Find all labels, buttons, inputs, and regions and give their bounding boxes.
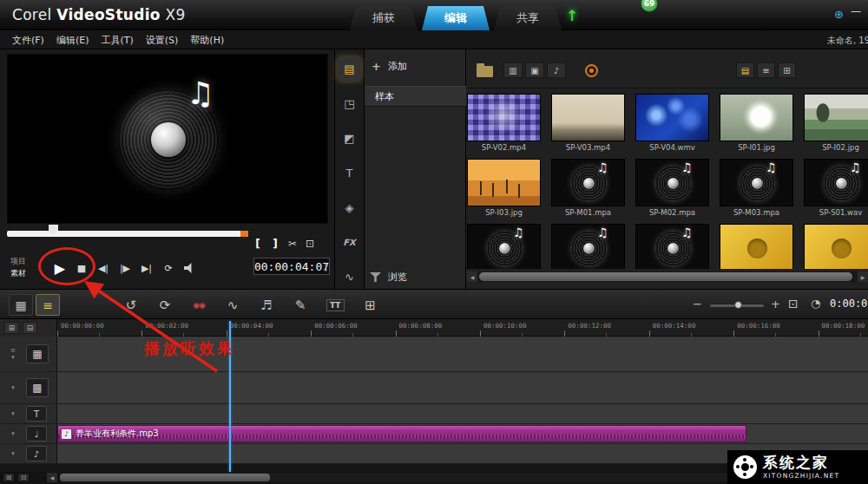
thumbnail[interactable] — [467, 159, 541, 206]
stop-button[interactable]: ■ — [76, 263, 88, 274]
track-gutter[interactable]: ▾ — [0, 411, 26, 417]
thumbnail[interactable] — [804, 159, 868, 206]
next-frame-button[interactable]: |▶ — [119, 263, 131, 274]
thumbnail[interactable] — [467, 224, 541, 269]
motion-tracking-icon[interactable] — [585, 64, 598, 77]
chevron-down-icon[interactable]: ▾ — [11, 431, 15, 437]
track-gutter[interactable]: ▾ — [0, 431, 26, 437]
library-item[interactable] — [635, 224, 710, 269]
library-item[interactable]: SP-I01.jpg — [720, 94, 794, 159]
library-item[interactable]: SP-M02.mpa — [635, 159, 710, 224]
library-item[interactable]: SP-M03.mpa — [720, 159, 794, 224]
media-filter-button[interactable]: ♪ — [547, 62, 566, 78]
mark-in-button[interactable]: [ — [253, 238, 262, 250]
track-gutter[interactable]: ▾ — [0, 451, 26, 457]
category-icon[interactable]: ◈ — [338, 196, 361, 219]
menu-item[interactable]: 帮助(H) — [190, 34, 224, 47]
category-icon[interactable]: ∿ — [338, 265, 361, 289]
timecode-spinner[interactable]: ▲ ▼ — [325, 261, 327, 272]
category-icon[interactable]: ◳ — [338, 92, 361, 115]
library-item[interactable] — [467, 224, 542, 269]
timeline-view-button[interactable]: ≡ — [36, 294, 60, 316]
tool-button[interactable]: ◉◉ — [191, 301, 207, 310]
music-track-icon[interactable]: ♪ — [26, 446, 47, 461]
thumbnail[interactable] — [635, 94, 709, 141]
thumbnail[interactable] — [635, 159, 709, 206]
scroll-left-button[interactable]: ◀ — [47, 473, 57, 482]
thumbnail[interactable] — [804, 224, 868, 269]
storyboard-view-button[interactable]: ▦ — [9, 294, 33, 316]
browse-button[interactable]: 浏览 — [370, 271, 407, 284]
library-item[interactable]: SP-V02.mp4 — [467, 94, 542, 159]
thumbnail[interactable] — [804, 94, 868, 141]
tool-button[interactable]: ⟳ — [157, 298, 173, 313]
track-gutter[interactable]: ≡ ▾ — [0, 348, 26, 361]
scrollbar-track[interactable] — [477, 271, 858, 282]
menu-item[interactable]: 编辑(E) — [56, 34, 89, 47]
zoom-slider-handle[interactable] — [734, 301, 742, 309]
thumbnail[interactable] — [720, 159, 793, 206]
voice-track-icon[interactable]: ♩ — [26, 426, 47, 441]
thumbnail[interactable] — [635, 224, 709, 269]
menu-item[interactable]: 设置(S) — [146, 34, 179, 47]
view-button[interactable]: ≡ — [757, 62, 775, 78]
jump-end-button[interactable]: ▶| — [141, 263, 153, 274]
view-button[interactable]: ▤ — [736, 62, 754, 78]
enlarge-preview-button[interactable]: ⊡ — [306, 238, 314, 250]
library-item[interactable]: SP-I03.jpg — [467, 159, 542, 224]
scrollbar-thumb[interactable] — [60, 474, 270, 481]
spin-down-icon[interactable]: ▼ — [325, 267, 327, 273]
thumbnail[interactable] — [467, 94, 541, 141]
preview-timecode[interactable]: 00:00:04:07 ▲ ▼ — [253, 258, 330, 275]
track-menu-icon[interactable]: ≡ — [10, 348, 16, 354]
media-filter-button[interactable]: ▣ — [525, 62, 544, 78]
library-item[interactable]: SP-I02.jpg — [804, 94, 868, 159]
globe-icon[interactable]: ⊕ — [834, 8, 844, 21]
scroll-right-button[interactable]: ▶ — [858, 271, 868, 282]
chevron-down-icon[interactable]: ▾ — [11, 411, 15, 417]
thumbnail[interactable] — [551, 159, 625, 206]
media-filter-button[interactable]: ▥ — [503, 62, 523, 78]
zoom-out-button[interactable]: − — [693, 298, 702, 311]
volume-icon[interactable] — [184, 263, 195, 273]
mode-clip-label[interactable]: 素材 — [10, 268, 26, 279]
step-tab[interactable]: 编辑 — [422, 6, 490, 30]
view-button[interactable]: ⊞ — [778, 62, 796, 78]
scroll-left-button[interactable]: ◀ — [467, 271, 477, 282]
scrubber[interactable] — [7, 231, 248, 237]
music-clip[interactable]: ♪ 养羊业有利条件.mp3 — [57, 425, 746, 442]
library-item[interactable] — [720, 224, 794, 269]
tool-button[interactable]: ∿ — [225, 298, 240, 313]
voice-track-area[interactable]: ♪ 养羊业有利条件.mp3 — [57, 424, 868, 443]
folder-item-sample[interactable]: 样本 — [365, 86, 466, 107]
library-item[interactable]: SP-V03.mp4 — [551, 94, 626, 159]
library-item[interactable]: SP-M01.mpa — [551, 159, 626, 224]
library-item[interactable] — [551, 224, 626, 269]
toolbar-timecode[interactable]: 0:00:0 — [830, 298, 867, 310]
thumbnail[interactable] — [720, 94, 793, 141]
step-tab[interactable]: 捕获 — [350, 6, 418, 30]
mark-out-button[interactable]: ] — [271, 238, 279, 250]
chevron-down-icon[interactable]: ▾ — [11, 355, 15, 361]
tool-button[interactable]: TT — [326, 299, 345, 311]
thumbnail[interactable] — [720, 224, 793, 269]
title-track-icon[interactable]: T — [26, 406, 47, 422]
mode-project-label[interactable]: 项目 — [10, 256, 26, 267]
tool-button[interactable]: ✎ — [293, 298, 308, 313]
category-icon[interactable]: ◩ — [338, 127, 361, 150]
library-item[interactable]: SP-S01.wav — [804, 159, 868, 224]
split-clip-button[interactable]: ✂ — [288, 238, 297, 250]
library-item[interactable] — [804, 224, 868, 269]
tool-button[interactable]: ⊞ — [363, 298, 378, 313]
play-button[interactable]: ▶ — [54, 260, 66, 277]
category-icon[interactable]: ▤ — [338, 57, 361, 81]
chevron-down-icon[interactable]: ▾ — [11, 385, 15, 391]
library-scrollbar[interactable]: ◀ ▶ — [467, 271, 868, 282]
overlay-track-icon[interactable]: ▩ — [26, 378, 49, 397]
minimize-button[interactable]: — — [851, 5, 861, 17]
notification-badge[interactable]: 69 — [641, 0, 658, 12]
category-icon[interactable]: FX — [338, 231, 361, 254]
duration-icon[interactable]: ◔ — [811, 297, 820, 310]
menu-item[interactable]: 工具(T) — [101, 34, 133, 47]
parent-folder-icon[interactable] — [477, 66, 493, 77]
